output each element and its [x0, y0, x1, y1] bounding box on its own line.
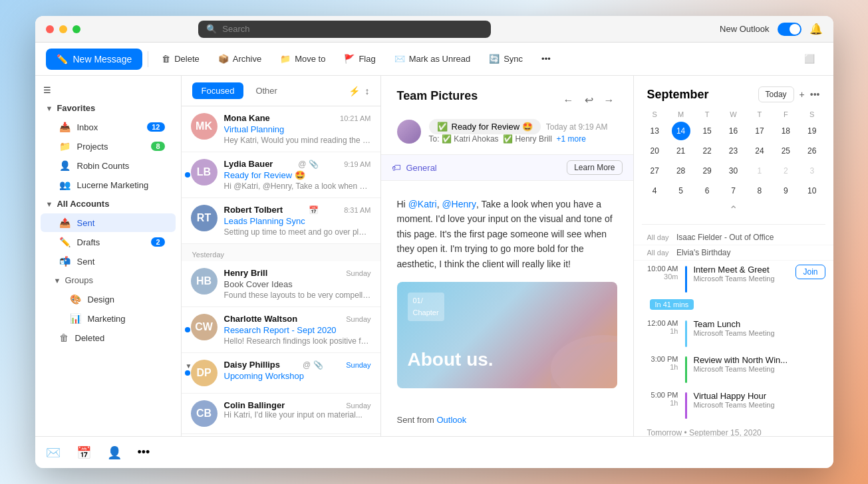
message-item-lydia[interactable]: LB Lydia Bauer @ 📎 9:19 AM Ready for Rev… [182, 152, 380, 198]
bottom-calendar-button[interactable]: 📅 [76, 445, 91, 460]
archive-button[interactable]: 📦 Archive [210, 50, 269, 68]
cal-day-27[interactable]: 27 [645, 162, 664, 180]
event-virtual-happy[interactable]: 5:00 PM 1h Virtual Happy Hour Microsoft … [634, 387, 833, 423]
cal-day-20[interactable]: 20 [645, 142, 664, 160]
sent-label: Sent [77, 218, 95, 228]
cal-day-17[interactable]: 17 [750, 122, 769, 140]
add-event-button[interactable]: + [799, 89, 805, 100]
expand-daisy-icon[interactable]: ▼ [186, 362, 192, 370]
message-item-robin[interactable]: RC Robin Counts Sunday Last minute thoug… [182, 434, 380, 436]
sidebar-toggle-button[interactable]: ☰ [38, 81, 57, 99]
forward-button[interactable]: → [601, 91, 617, 109]
cal-day-16[interactable]: 16 [724, 122, 742, 140]
tab-focused[interactable]: Focused [192, 82, 244, 99]
join-button-intern[interactable]: Join [796, 265, 825, 279]
event-team-lunch[interactable]: 12:00 AM 1h Team Lunch Microsoft Teams M… [634, 315, 833, 351]
sync-button[interactable]: 🔄 Sync [481, 50, 531, 68]
cal-day-oct1[interactable]: 1 [750, 162, 769, 180]
cal-day-18[interactable]: 18 [776, 122, 795, 140]
sidebar-item-sent-folder[interactable]: 📬 Sent [41, 252, 176, 271]
message-time-charlotte: Sunday [346, 315, 370, 323]
cal-day-10[interactable]: 10 [803, 182, 821, 200]
design-label: Design [88, 295, 114, 304]
sidebar-item-lucerne[interactable]: 👥 Lucerne Marketing [41, 176, 176, 194]
flag-button[interactable]: 🚩 Flag [336, 50, 383, 68]
cal-day-29[interactable]: 29 [698, 162, 716, 180]
minimize-button[interactable] [59, 25, 67, 33]
cal-day-14[interactable]: 14 [672, 122, 690, 140]
message-item-daisy[interactable]: DP Daisy Phillips @ 📎 Sunday Upcoming Wo… [182, 353, 380, 394]
cal-day-24[interactable]: 24 [750, 142, 769, 160]
today-button[interactable]: Today [758, 86, 794, 102]
message-item-colin[interactable]: CB Colin Ballinger Sunday Hi Katri, I'd … [182, 394, 380, 434]
outlook-link[interactable]: Outlook [436, 415, 466, 425]
calendar-collapse[interactable]: ⌃ [634, 201, 833, 219]
filter-icon[interactable]: ⚡ [349, 86, 360, 96]
expand-button[interactable]: ⬜ [796, 50, 823, 68]
reply-button[interactable]: ↩ [582, 91, 596, 109]
delete-button[interactable]: 🗑 Delete [154, 50, 208, 68]
cal-day-23[interactable]: 23 [724, 142, 742, 160]
title-bar: 🔍 Search New Outlook 🔔 [35, 16, 833, 43]
toolbar: ✏️ New Message 🗑 Delete 📦 Archive 📁 Move… [35, 43, 833, 76]
cal-day-7[interactable]: 7 [724, 182, 742, 200]
cal-day-4[interactable]: 4 [645, 182, 664, 200]
avatar-lydia: LB [191, 159, 217, 185]
sort-icon[interactable]: ↕ [365, 86, 370, 96]
sidebar-item-inbox[interactable]: 📥 Inbox 12 [41, 118, 176, 136]
bottom-people-button[interactable]: 👤 [107, 445, 122, 460]
more-button[interactable]: ••• [533, 50, 559, 68]
learn-more-button[interactable]: Learn More [567, 160, 622, 175]
cal-day-26[interactable]: 26 [803, 142, 821, 160]
sidebar-item-robin[interactable]: 👤 Robin Counts [41, 156, 176, 175]
cal-day-9[interactable]: 9 [776, 182, 795, 200]
search-bar[interactable]: 🔍 Search [198, 21, 491, 38]
sidebar-item-drafts[interactable]: ✏️ Drafts 2 [41, 233, 176, 251]
cal-day-5[interactable]: 5 [672, 182, 690, 200]
move-to-button[interactable]: 📁 Move to [272, 50, 333, 68]
sidebar-item-projects[interactable]: 📁 Projects 8 [41, 137, 176, 156]
event-intern-meet[interactable]: 10:00 AM 30m Intern Meet & Greet Microso… [634, 261, 833, 297]
cal-day-22[interactable]: 22 [698, 142, 716, 160]
cal-day-6[interactable]: 6 [698, 182, 716, 200]
close-button[interactable] [46, 25, 54, 33]
favorites-chevron: ▼ [46, 104, 53, 112]
sidebar-item-sent[interactable]: 📤 Sent [41, 213, 176, 232]
cal-day-21[interactable]: 21 [672, 142, 690, 160]
cal-day-oct3[interactable]: 3 [803, 162, 821, 180]
cal-day-8[interactable]: 8 [750, 182, 769, 200]
bottom-more-button[interactable]: ••• [138, 445, 150, 459]
message-item-robert[interactable]: RT Robert Tolbert 📅 8:31 AM Leads Planni… [182, 198, 380, 244]
mark-unread-button[interactable]: ✉️ Mark as Unread [386, 50, 478, 68]
new-outlook-toggle[interactable] [778, 23, 801, 36]
sidebar-item-design[interactable]: 🎨 Design [41, 290, 176, 308]
inbox-icon: 📥 [59, 122, 71, 132]
day-s1: S [642, 110, 668, 118]
cal-day-oct2[interactable]: 2 [776, 162, 795, 180]
cal-day-25[interactable]: 25 [776, 142, 795, 160]
groups-section[interactable]: ▼ Groups [35, 271, 181, 289]
message-item-charlotte[interactable]: CW Charlotte Waltson Sunday Research Rep… [182, 307, 380, 353]
fullscreen-button[interactable] [72, 25, 80, 33]
cal-day-13[interactable]: 13 [645, 122, 664, 140]
tab-other[interactable]: Other [246, 82, 287, 99]
drafts-icon: ✏️ [59, 237, 71, 247]
event-review-north[interactable]: 3:00 PM 1h Review with North Win... Micr… [634, 351, 833, 387]
new-message-button[interactable]: ✏️ New Message [46, 49, 143, 70]
sidebar-item-marketing[interactable]: 📊 Marketing [41, 309, 176, 328]
cal-day-30[interactable]: 30 [724, 162, 742, 180]
message-item-mona[interactable]: MK Mona Kane 10:21 AM Virtual Planning H… [182, 106, 380, 152]
message-time-henry: Sunday [346, 269, 370, 277]
notification-icon[interactable]: 🔔 [809, 23, 823, 35]
cal-day-19[interactable]: 19 [803, 122, 821, 140]
compose-icon: ✏️ [57, 54, 68, 64]
bottom-mail-button[interactable]: ✉️ [46, 445, 61, 460]
cal-day-28[interactable]: 28 [672, 162, 690, 180]
favorites-section[interactable]: ▼ Favorites [35, 99, 181, 117]
cal-day-15[interactable]: 15 [698, 122, 716, 140]
all-accounts-section[interactable]: ▼ All Accounts [35, 195, 181, 213]
message-item-henry[interactable]: HB Henry Brill Sunday Book Cover Ideas F… [182, 261, 380, 307]
back-button[interactable]: ← [561, 91, 577, 109]
calendar-more-button[interactable]: ••• [810, 89, 820, 100]
sidebar-item-deleted[interactable]: 🗑 Deleted [41, 328, 176, 347]
